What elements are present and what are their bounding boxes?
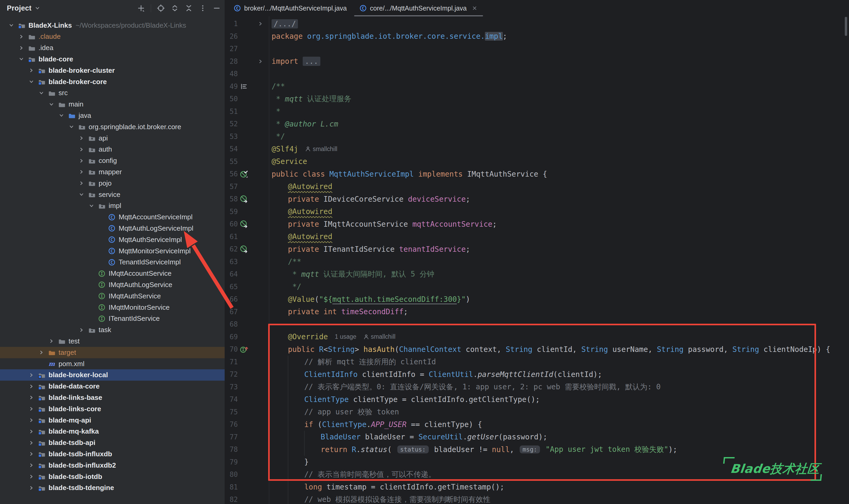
fold-chevron-icon[interactable] <box>255 19 266 29</box>
line-number[interactable]: 48 <box>224 70 238 78</box>
line-number[interactable]: 67 <box>224 308 238 316</box>
collapse-all-button[interactable] <box>184 4 193 12</box>
chevron-right-icon[interactable] <box>77 327 86 333</box>
chevron-right-icon[interactable] <box>77 169 86 175</box>
tree-item-org.springblade.iot.broker.core[interactable]: org.springblade.iot.broker.core <box>0 121 224 132</box>
tree-item-mapper[interactable]: mapper <box>0 166 224 178</box>
line-number[interactable]: 51 <box>224 108 238 115</box>
code-line-80[interactable]: 80// 表示当前时间毫秒值，可以不传递。 <box>224 468 849 481</box>
line-number[interactable]: 81 <box>224 483 238 491</box>
tree-item-blade-data-core[interactable]: blade-data-core <box>0 381 224 392</box>
tree-item-service[interactable]: service <box>0 189 224 200</box>
chevron-down-icon[interactable] <box>7 22 16 29</box>
code-line-54[interactable]: 54@Slf4jsmallchill <box>224 143 849 155</box>
line-number[interactable]: 58 <box>224 195 238 203</box>
tree-item-task[interactable]: task <box>0 324 224 336</box>
line-number[interactable]: 50 <box>224 95 238 103</box>
line-number[interactable]: 60 <box>224 220 238 228</box>
code-line-70[interactable]: 70Ipublic R<String> hasAuth(ChannelConte… <box>224 343 849 356</box>
line-number[interactable]: 27 <box>224 45 238 53</box>
line-number[interactable]: 70 <box>224 345 238 353</box>
code-line-60[interactable]: 60private IMqttAccountService mqttAccoun… <box>224 218 849 230</box>
line-number[interactable]: 80 <box>224 470 238 479</box>
parameter-hint[interactable]: msg: <box>520 446 540 453</box>
line-number[interactable]: 73 <box>224 383 238 391</box>
tree-item-blade-tsdb-api[interactable]: blade-tsdb-api <box>0 437 224 448</box>
tree-item-imqttauthlogservice[interactable]: IIMqttAuthLogService <box>0 279 224 290</box>
tree-item-blade-tsdb-influxdb[interactable]: blade-tsdb-influxdb <box>0 448 224 460</box>
code-line-78[interactable]: 78return R.status( status: bladeUser != … <box>224 443 849 456</box>
chevron-down-icon[interactable] <box>37 90 46 96</box>
tree-item-blade-mq-kafka[interactable]: blade-mq-kafka <box>0 426 224 437</box>
chevron-right-icon[interactable] <box>27 473 36 480</box>
code-line-76[interactable]: 76if (ClientType.APP_USER == clientType)… <box>224 418 849 431</box>
code-line-68[interactable]: 68 <box>224 318 849 330</box>
chevron-down-icon[interactable] <box>67 124 76 130</box>
line-number[interactable]: 64 <box>224 270 238 278</box>
tree-item-mqttauthserviceimpl[interactable]: CMqttAuthServiceImpl <box>0 234 224 246</box>
tree-item-pom.xml[interactable]: mpom.xml <box>0 358 224 370</box>
chevron-right-icon[interactable] <box>37 349 46 356</box>
code-line-59[interactable]: 59@Autowired <box>224 205 849 218</box>
tree-item-auth[interactable]: auth <box>0 144 224 155</box>
line-number[interactable]: 69 <box>224 333 238 341</box>
doc-comment-icon[interactable] <box>239 82 249 91</box>
tree-item-blade-broker-core[interactable]: blade-broker-core <box>0 76 224 88</box>
line-number[interactable]: 71 <box>224 358 238 366</box>
editor-tab-active[interactable]: Ccore/.../MqttAuthServiceImpl.java <box>353 0 484 16</box>
author-inlay[interactable]: smallchill <box>305 145 337 152</box>
code-line-1[interactable]: 1/.../ <box>224 17 849 30</box>
code-line-50[interactable]: 50 * mqtt 认证处理服务 <box>224 92 849 105</box>
line-number[interactable]: 57 <box>224 183 238 191</box>
chevron-right-icon[interactable] <box>27 440 36 446</box>
tree-item-mqttmonitorserviceimpl[interactable]: CMqttMonitorServiceImpl <box>0 246 224 257</box>
line-number[interactable]: 78 <box>224 446 238 453</box>
implements-method-icon[interactable]: I <box>239 344 249 354</box>
tree-item-mqttaccountserviceimpl[interactable]: CMqttAccountServiceImpl <box>0 211 224 223</box>
tree-item-src[interactable]: src <box>0 87 224 98</box>
code-line-64[interactable]: 64 * mqtt 认证最大间隔时间, 默认 5 分钟 <box>224 268 849 281</box>
chevron-right-icon[interactable] <box>77 135 86 141</box>
chevron-right-icon[interactable] <box>27 485 36 491</box>
chevron-right-icon[interactable] <box>27 394 36 401</box>
code-line-49[interactable]: 49/** <box>224 80 849 93</box>
line-number[interactable]: 77 <box>224 433 238 441</box>
tree-item-java[interactable]: java <box>0 110 224 121</box>
chevron-right-icon[interactable] <box>77 180 86 186</box>
code-line-28[interactable]: 28import ... <box>224 55 849 68</box>
editor-scrollbar-thumb[interactable] <box>845 17 847 36</box>
code-line-55[interactable]: 55@Service <box>224 155 849 168</box>
chevron-right-icon[interactable] <box>27 462 36 468</box>
chevron-down-icon[interactable] <box>47 101 56 108</box>
tree-item-impl[interactable]: impl <box>0 200 224 211</box>
chevron-right-icon[interactable] <box>77 158 86 164</box>
hide-panel-button[interactable] <box>213 4 221 12</box>
tree-item-mqttauthlogserviceimpl[interactable]: CMqttAuthLogServiceImpl <box>0 223 224 234</box>
code-line-66[interactable]: 66@Value("${mqtt.auth.timeSecondDiff:300… <box>224 293 849 306</box>
code-line-26[interactable]: 26package org.springblade.iot.broker.cor… <box>224 30 849 43</box>
chevron-down-icon[interactable] <box>27 78 36 85</box>
code-line-74[interactable]: 74ClientType clientType = clientIdInfo.g… <box>224 393 849 406</box>
tree-item-test[interactable]: test <box>0 336 224 347</box>
line-number[interactable]: 26 <box>224 32 238 40</box>
code-line-79[interactable]: 79} <box>224 456 849 468</box>
usage-inlay[interactable]: 1 usage <box>335 333 357 340</box>
fold-chevron-icon[interactable] <box>255 56 266 67</box>
chevron-down-icon[interactable] <box>17 56 26 62</box>
tree-item-blade-core[interactable]: blade-core <box>0 54 224 65</box>
code-line-63[interactable]: 63/** <box>224 255 849 268</box>
tree-item-imqttauthservice[interactable]: IIMqttAuthService <box>0 290 224 302</box>
code-line-61[interactable]: 61@Autowired <box>224 230 849 243</box>
tree-item-pojo[interactable]: pojo <box>0 178 224 189</box>
code-line-82[interactable]: 82// web 模拟器模拟设备连接，需要强制判断时间有效性 <box>224 493 849 504</box>
line-number[interactable]: 28 <box>224 57 238 65</box>
chevron-right-icon[interactable] <box>27 417 36 423</box>
line-number[interactable]: 66 <box>224 295 238 303</box>
line-number[interactable]: 79 <box>224 458 238 466</box>
chevron-right-icon[interactable] <box>27 383 36 390</box>
chevron-right-icon[interactable] <box>17 34 26 40</box>
tree-item-imqttmonitorservice[interactable]: IIMqttMonitorService <box>0 302 224 313</box>
tree-item-bladex-links[interactable]: BladeX-Links~/Workspaces/product/BladeX-… <box>0 20 224 31</box>
line-number[interactable]: 54 <box>224 145 238 153</box>
code-line-51[interactable]: 51 * <box>224 105 849 118</box>
